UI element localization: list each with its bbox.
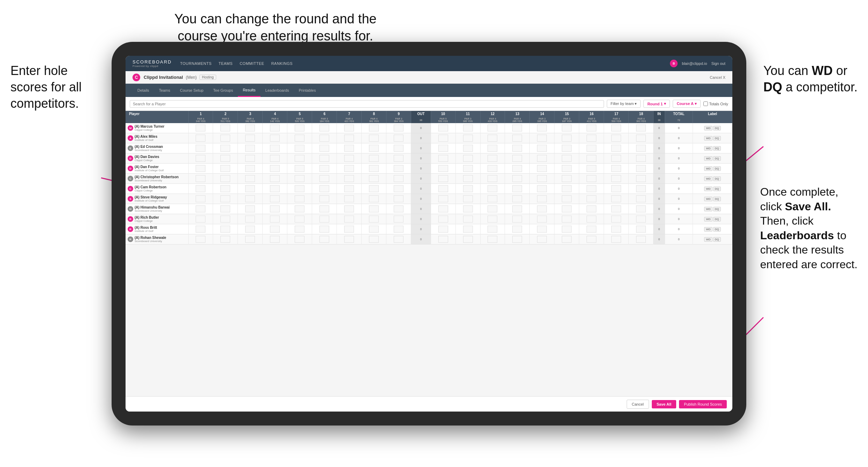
score-input-h2[interactable] [220, 155, 230, 162]
wd-button[interactable]: WD [704, 176, 712, 181]
score-input-h7[interactable] [344, 145, 354, 152]
score-input-h13[interactable] [512, 145, 522, 152]
wd-button[interactable]: WD [704, 146, 712, 151]
score-input-h6[interactable] [319, 236, 329, 243]
tab-details[interactable]: Details [133, 84, 154, 97]
score-input-h7[interactable] [344, 125, 354, 131]
score-input-h18[interactable] [636, 226, 646, 233]
cancel-action-button[interactable]: Cancel [627, 400, 649, 409]
score-input-h18[interactable] [636, 135, 646, 142]
score-input-h13[interactable] [512, 155, 522, 162]
score-input-h2[interactable] [220, 175, 230, 182]
score-input-h10[interactable] [438, 226, 448, 233]
score-input-h15[interactable] [562, 195, 572, 202]
score-input-h4[interactable] [270, 135, 280, 142]
dq-button[interactable]: DQ [713, 146, 721, 151]
score-input-h17[interactable] [611, 155, 621, 162]
score-input-h15[interactable] [562, 155, 572, 162]
score-input-h3[interactable] [245, 125, 255, 131]
score-input-h14[interactable] [537, 135, 547, 142]
score-input-h10[interactable] [438, 165, 448, 172]
dq-button[interactable]: DQ [713, 176, 721, 181]
score-input-h1[interactable] [196, 195, 205, 202]
score-input-h12[interactable] [488, 205, 497, 212]
score-input-h16[interactable] [587, 135, 596, 142]
score-input-h5[interactable] [295, 155, 304, 162]
score-input-h9[interactable] [394, 145, 403, 152]
score-input-h4[interactable] [270, 145, 280, 152]
score-input-h18[interactable] [636, 175, 646, 182]
score-input-h2[interactable] [220, 135, 230, 142]
score-input-h11[interactable] [463, 145, 473, 152]
score-input-h13[interactable] [512, 125, 522, 131]
score-input-h18[interactable] [636, 216, 646, 223]
score-input-h2[interactable] [220, 165, 230, 172]
score-input-h15[interactable] [562, 125, 572, 131]
score-input-h15[interactable] [562, 226, 572, 233]
score-input-h3[interactable] [245, 205, 255, 212]
score-input-h13[interactable] [512, 195, 522, 202]
score-input-h14[interactable] [537, 205, 547, 212]
tab-results[interactable]: Results [238, 84, 261, 97]
score-input-h8[interactable] [369, 236, 379, 243]
score-input-h3[interactable] [245, 155, 255, 162]
score-input-h7[interactable] [344, 155, 354, 162]
score-input-h17[interactable] [611, 205, 621, 212]
score-input-h14[interactable] [537, 195, 547, 202]
score-input-h4[interactable] [270, 205, 280, 212]
score-input-h13[interactable] [512, 226, 522, 233]
dq-button[interactable]: DQ [713, 156, 721, 161]
score-input-h8[interactable] [369, 135, 379, 142]
score-input-h5[interactable] [295, 175, 304, 182]
score-input-h11[interactable] [463, 165, 473, 172]
publish-button[interactable]: Publish Round Scores [679, 400, 727, 408]
tab-course-setup[interactable]: Course Setup [175, 84, 208, 97]
score-input-h7[interactable] [344, 175, 354, 182]
score-input-h18[interactable] [636, 185, 646, 192]
score-input-h4[interactable] [270, 216, 280, 223]
score-input-h13[interactable] [512, 236, 522, 243]
score-input-h3[interactable] [245, 175, 255, 182]
dq-button[interactable]: DQ [713, 166, 721, 171]
score-input-h1[interactable] [196, 226, 205, 233]
score-input-h18[interactable] [636, 165, 646, 172]
score-input-h9[interactable] [394, 135, 403, 142]
filter-team-button[interactable]: Filter by team ▾ [607, 100, 641, 108]
score-input-h9[interactable] [394, 216, 403, 223]
score-input-h16[interactable] [587, 216, 596, 223]
totals-only-checkbox[interactable] [703, 101, 708, 106]
score-input-h15[interactable] [562, 165, 572, 172]
score-input-h1[interactable] [196, 145, 205, 152]
score-input-h9[interactable] [394, 155, 403, 162]
score-input-h7[interactable] [344, 236, 354, 243]
score-input-h7[interactable] [344, 185, 354, 192]
tab-leaderboards[interactable]: Leaderboards [261, 84, 294, 97]
score-input-h1[interactable] [196, 236, 205, 243]
score-input-h11[interactable] [463, 205, 473, 212]
wd-button[interactable]: WD [704, 166, 712, 171]
score-input-h12[interactable] [488, 236, 497, 243]
score-input-h4[interactable] [270, 195, 280, 202]
dq-button[interactable]: DQ [713, 207, 721, 211]
score-input-h11[interactable] [463, 175, 473, 182]
score-input-h2[interactable] [220, 125, 230, 131]
score-input-h9[interactable] [394, 195, 403, 202]
score-input-h16[interactable] [587, 226, 596, 233]
score-input-h5[interactable] [295, 216, 304, 223]
score-input-h10[interactable] [438, 185, 448, 192]
wd-button[interactable]: WD [704, 217, 712, 221]
score-input-h6[interactable] [319, 185, 329, 192]
score-input-h2[interactable] [220, 195, 230, 202]
wd-button[interactable]: WD [704, 156, 712, 161]
score-input-h14[interactable] [537, 185, 547, 192]
score-input-h18[interactable] [636, 155, 646, 162]
score-input-h7[interactable] [344, 205, 354, 212]
score-input-h4[interactable] [270, 165, 280, 172]
score-input-h1[interactable] [196, 165, 205, 172]
score-input-h5[interactable] [295, 205, 304, 212]
score-input-h12[interactable] [488, 195, 497, 202]
score-input-h14[interactable] [537, 125, 547, 131]
score-input-h16[interactable] [587, 165, 596, 172]
score-input-h1[interactable] [196, 216, 205, 223]
score-input-h7[interactable] [344, 226, 354, 233]
